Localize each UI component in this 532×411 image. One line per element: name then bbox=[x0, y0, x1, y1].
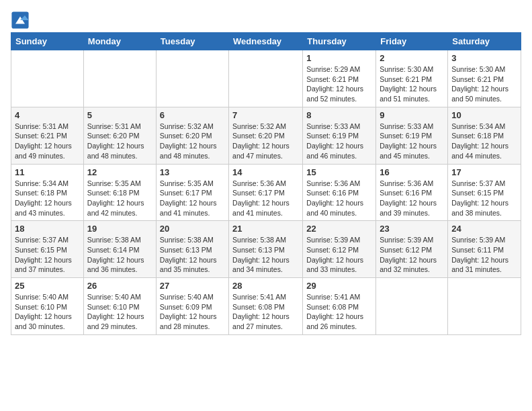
day-number: 29 bbox=[306, 281, 372, 291]
calendar-cell bbox=[156, 50, 228, 107]
day-number: 1 bbox=[306, 53, 372, 63]
col-header-sunday: Sunday bbox=[11, 33, 84, 50]
day-info: Sunrise: 5:37 AMSunset: 6:15 PMDaylight:… bbox=[451, 179, 517, 218]
day-number: 9 bbox=[380, 110, 444, 120]
day-info: Sunrise: 5:34 AMSunset: 6:18 PMDaylight:… bbox=[15, 179, 80, 218]
col-header-tuesday: Tuesday bbox=[156, 33, 228, 50]
calendar-cell: 7Sunrise: 5:32 AMSunset: 6:20 PMDaylight… bbox=[229, 107, 303, 164]
page-header bbox=[11, 11, 521, 30]
calendar-cell: 21Sunrise: 5:38 AMSunset: 6:13 PMDayligh… bbox=[229, 221, 303, 278]
day-info: Sunrise: 5:29 AMSunset: 6:21 PMDaylight:… bbox=[306, 64, 372, 104]
calendar-cell: 22Sunrise: 5:39 AMSunset: 6:12 PMDayligh… bbox=[303, 221, 376, 278]
calendar-cell: 17Sunrise: 5:37 AMSunset: 6:15 PMDayligh… bbox=[448, 164, 521, 221]
calendar-header-row: SundayMondayTuesdayWednesdayThursdayFrid… bbox=[11, 33, 521, 50]
day-number: 8 bbox=[306, 110, 372, 120]
calendar-cell: 26Sunrise: 5:40 AMSunset: 6:10 PMDayligh… bbox=[83, 278, 156, 335]
day-number: 17 bbox=[451, 167, 517, 177]
calendar-cell bbox=[376, 278, 448, 335]
day-info: Sunrise: 5:36 AMSunset: 6:16 PMDaylight:… bbox=[380, 179, 444, 218]
day-info: Sunrise: 5:35 AMSunset: 6:17 PMDaylight:… bbox=[160, 179, 225, 218]
day-number: 22 bbox=[306, 224, 372, 234]
calendar-cell: 23Sunrise: 5:39 AMSunset: 6:12 PMDayligh… bbox=[376, 221, 448, 278]
calendar-cell: 15Sunrise: 5:36 AMSunset: 6:16 PMDayligh… bbox=[303, 164, 376, 221]
day-number: 10 bbox=[451, 110, 517, 120]
day-info: Sunrise: 5:38 AMSunset: 6:14 PMDaylight:… bbox=[87, 235, 152, 275]
day-number: 26 bbox=[87, 281, 152, 291]
calendar-cell: 16Sunrise: 5:36 AMSunset: 6:16 PMDayligh… bbox=[376, 164, 448, 221]
day-number: 16 bbox=[380, 167, 444, 177]
calendar-cell: 1Sunrise: 5:29 AMSunset: 6:21 PMDaylight… bbox=[303, 50, 376, 107]
day-number: 2 bbox=[380, 53, 444, 63]
day-info: Sunrise: 5:31 AMSunset: 6:21 PMDaylight:… bbox=[15, 122, 80, 161]
calendar-cell: 5Sunrise: 5:31 AMSunset: 6:20 PMDaylight… bbox=[83, 107, 156, 164]
calendar-cell bbox=[448, 278, 521, 335]
day-info: Sunrise: 5:41 AMSunset: 6:08 PMDaylight:… bbox=[306, 292, 372, 332]
day-info: Sunrise: 5:39 AMSunset: 6:12 PMDaylight:… bbox=[380, 235, 444, 275]
day-info: Sunrise: 5:33 AMSunset: 6:19 PMDaylight:… bbox=[306, 122, 372, 161]
day-number: 3 bbox=[451, 53, 517, 63]
col-header-thursday: Thursday bbox=[303, 33, 376, 50]
day-info: Sunrise: 5:37 AMSunset: 6:15 PMDaylight:… bbox=[15, 235, 80, 275]
week-row-3: 11Sunrise: 5:34 AMSunset: 6:18 PMDayligh… bbox=[11, 164, 521, 221]
day-number: 15 bbox=[306, 167, 372, 177]
calendar-cell: 20Sunrise: 5:38 AMSunset: 6:13 PMDayligh… bbox=[156, 221, 228, 278]
day-info: Sunrise: 5:32 AMSunset: 6:20 PMDaylight:… bbox=[232, 122, 299, 161]
col-header-saturday: Saturday bbox=[448, 33, 521, 50]
day-number: 24 bbox=[451, 224, 517, 234]
calendar-cell: 29Sunrise: 5:41 AMSunset: 6:08 PMDayligh… bbox=[303, 278, 376, 335]
week-row-4: 18Sunrise: 5:37 AMSunset: 6:15 PMDayligh… bbox=[11, 221, 521, 278]
day-number: 5 bbox=[87, 110, 152, 120]
day-number: 12 bbox=[87, 167, 152, 177]
week-row-2: 4Sunrise: 5:31 AMSunset: 6:21 PMDaylight… bbox=[11, 107, 521, 164]
day-number: 4 bbox=[15, 110, 80, 120]
col-header-wednesday: Wednesday bbox=[229, 33, 303, 50]
calendar-cell: 18Sunrise: 5:37 AMSunset: 6:15 PMDayligh… bbox=[11, 221, 84, 278]
calendar-cell: 6Sunrise: 5:32 AMSunset: 6:20 PMDaylight… bbox=[156, 107, 228, 164]
calendar-cell: 28Sunrise: 5:41 AMSunset: 6:08 PMDayligh… bbox=[229, 278, 303, 335]
calendar-cell: 10Sunrise: 5:34 AMSunset: 6:18 PMDayligh… bbox=[448, 107, 521, 164]
day-number: 18 bbox=[15, 224, 80, 234]
day-number: 25 bbox=[15, 281, 80, 291]
calendar-cell bbox=[229, 50, 303, 107]
calendar-cell: 2Sunrise: 5:30 AMSunset: 6:21 PMDaylight… bbox=[376, 50, 448, 107]
logo bbox=[11, 11, 32, 30]
calendar-cell: 4Sunrise: 5:31 AMSunset: 6:21 PMDaylight… bbox=[11, 107, 84, 164]
day-number: 23 bbox=[380, 224, 444, 234]
col-header-monday: Monday bbox=[83, 33, 156, 50]
day-number: 11 bbox=[15, 167, 80, 177]
day-info: Sunrise: 5:40 AMSunset: 6:10 PMDaylight:… bbox=[87, 292, 152, 332]
day-info: Sunrise: 5:32 AMSunset: 6:20 PMDaylight:… bbox=[160, 122, 225, 161]
day-number: 6 bbox=[160, 110, 225, 120]
calendar-cell: 13Sunrise: 5:35 AMSunset: 6:17 PMDayligh… bbox=[156, 164, 228, 221]
day-number: 13 bbox=[160, 167, 225, 177]
day-info: Sunrise: 5:39 AMSunset: 6:11 PMDaylight:… bbox=[451, 235, 517, 275]
week-row-5: 25Sunrise: 5:40 AMSunset: 6:10 PMDayligh… bbox=[11, 278, 521, 335]
calendar-cell: 11Sunrise: 5:34 AMSunset: 6:18 PMDayligh… bbox=[11, 164, 84, 221]
week-row-1: 1Sunrise: 5:29 AMSunset: 6:21 PMDaylight… bbox=[11, 50, 521, 107]
calendar-cell: 25Sunrise: 5:40 AMSunset: 6:10 PMDayligh… bbox=[11, 278, 84, 335]
logo-icon bbox=[11, 11, 30, 30]
day-info: Sunrise: 5:39 AMSunset: 6:12 PMDaylight:… bbox=[306, 235, 372, 275]
day-info: Sunrise: 5:31 AMSunset: 6:20 PMDaylight:… bbox=[87, 122, 152, 161]
day-info: Sunrise: 5:36 AMSunset: 6:17 PMDaylight:… bbox=[232, 179, 299, 218]
day-number: 28 bbox=[232, 281, 299, 291]
day-number: 19 bbox=[87, 224, 152, 234]
day-info: Sunrise: 5:34 AMSunset: 6:18 PMDaylight:… bbox=[451, 122, 517, 161]
day-info: Sunrise: 5:40 AMSunset: 6:09 PMDaylight:… bbox=[160, 292, 225, 332]
day-info: Sunrise: 5:35 AMSunset: 6:18 PMDaylight:… bbox=[87, 179, 152, 218]
day-info: Sunrise: 5:38 AMSunset: 6:13 PMDaylight:… bbox=[232, 235, 299, 275]
day-info: Sunrise: 5:38 AMSunset: 6:13 PMDaylight:… bbox=[160, 235, 225, 275]
calendar-cell: 3Sunrise: 5:30 AMSunset: 6:21 PMDaylight… bbox=[448, 50, 521, 107]
calendar-cell: 24Sunrise: 5:39 AMSunset: 6:11 PMDayligh… bbox=[448, 221, 521, 278]
day-info: Sunrise: 5:36 AMSunset: 6:16 PMDaylight:… bbox=[306, 179, 372, 218]
calendar-cell: 8Sunrise: 5:33 AMSunset: 6:19 PMDaylight… bbox=[303, 107, 376, 164]
day-info: Sunrise: 5:33 AMSunset: 6:19 PMDaylight:… bbox=[380, 122, 444, 161]
day-number: 20 bbox=[160, 224, 225, 234]
day-info: Sunrise: 5:40 AMSunset: 6:10 PMDaylight:… bbox=[15, 292, 80, 332]
day-info: Sunrise: 5:30 AMSunset: 6:21 PMDaylight:… bbox=[380, 64, 444, 104]
calendar-cell: 27Sunrise: 5:40 AMSunset: 6:09 PMDayligh… bbox=[156, 278, 228, 335]
day-number: 7 bbox=[232, 110, 299, 120]
calendar-cell: 12Sunrise: 5:35 AMSunset: 6:18 PMDayligh… bbox=[83, 164, 156, 221]
col-header-friday: Friday bbox=[376, 33, 448, 50]
day-info: Sunrise: 5:41 AMSunset: 6:08 PMDaylight:… bbox=[232, 292, 299, 332]
